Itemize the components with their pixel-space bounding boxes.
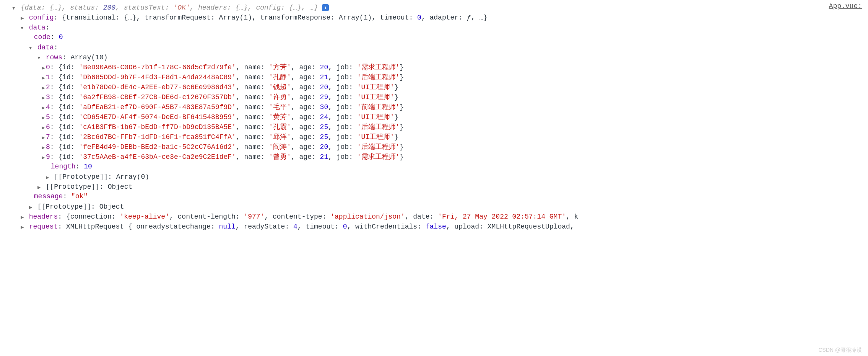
data-line[interactable]: data: <box>7 22 864 32</box>
expand-toggle-icon[interactable] <box>28 201 33 212</box>
console-output: App.vue: {data: {…}, status: 200, status… <box>0 0 868 231</box>
expand-toggle-icon[interactable] <box>41 82 46 93</box>
array-row[interactable]: 4: {id: 'aDfEaB21-ef7D-690F-A5B7-483E87a… <box>7 102 864 112</box>
message-line[interactable]: message: "ok" <box>7 191 864 201</box>
array-row[interactable]: 1: {id: 'Db685DDd-9b7F-4Fd3-F8d1-A4da244… <box>7 72 864 82</box>
length-line[interactable]: length: 10 <box>7 162 864 171</box>
array-row[interactable]: 8: {id: 'feFB4d49-DEBb-BEd2-ba1c-5C2cC76… <box>7 142 864 152</box>
expand-toggle-icon[interactable] <box>20 221 25 231</box>
prototype-line[interactable]: [[Prototype]]: Object <box>7 201 864 211</box>
array-row[interactable]: 6: {id: 'cA1B3FfB-1b67-bEdD-ff7D-bD9eD13… <box>7 122 864 132</box>
expand-toggle-icon[interactable] <box>36 52 42 63</box>
expand-toggle-icon[interactable] <box>36 181 42 192</box>
expand-toggle-icon[interactable] <box>20 22 25 33</box>
prototype-line[interactable]: [[Prototype]]: Object <box>7 181 864 191</box>
expand-toggle-icon[interactable] <box>41 72 46 83</box>
expand-toggle-icon[interactable] <box>41 62 46 73</box>
code-line[interactable]: code: 0 <box>7 32 864 42</box>
expand-toggle-icon[interactable] <box>41 102 46 113</box>
expand-toggle-icon[interactable] <box>41 112 46 122</box>
expand-toggle-icon[interactable] <box>11 2 16 13</box>
expand-toggle-icon[interactable] <box>20 12 25 23</box>
config-line[interactable]: config: {transitional: {…}, transformReq… <box>7 12 864 22</box>
expand-toggle-icon[interactable] <box>28 42 33 53</box>
request-line[interactable]: request: XMLHttpRequest { onreadystatech… <box>7 221 864 231</box>
array-row[interactable]: 7: {id: '2Bc6d7BC-FFb7-1dFD-16F1-fca851f… <box>7 132 864 142</box>
object-preview-line[interactable]: {data: {…}, status: 200, statusText: 'OK… <box>7 2 864 12</box>
expand-toggle-icon[interactable] <box>41 142 46 152</box>
expand-toggle-icon[interactable] <box>41 122 46 132</box>
rows-line[interactable]: rows: Array(10) <box>7 52 864 62</box>
source-file-link[interactable]: App.vue: <box>829 2 862 10</box>
expand-toggle-icon[interactable] <box>45 171 50 182</box>
expand-toggle-icon[interactable] <box>20 211 25 222</box>
array-row[interactable]: 5: {id: 'CD654E7D-AF4f-5074-DeEd-BF64154… <box>7 112 864 122</box>
array-row[interactable]: 3: {id: '6a2fFB98-CBEf-27CB-DE6d-c12670F… <box>7 92 864 102</box>
expand-toggle-icon[interactable] <box>41 132 46 142</box>
headers-line[interactable]: headers: {connection: 'keep-alive', cont… <box>7 211 864 221</box>
prototype-line[interactable]: [[Prototype]]: Array(0) <box>7 171 864 181</box>
inner-data-line[interactable]: data: <box>7 42 864 52</box>
expand-toggle-icon[interactable] <box>41 92 46 103</box>
array-row[interactable]: 0: {id: 'BeD90A6B-C0D6-7b1f-178C-66d5cf2… <box>7 62 864 72</box>
array-row[interactable]: 2: {id: 'e1b78DeD-dE4c-A2EE-eb77-6c6Ee99… <box>7 82 864 92</box>
array-row[interactable]: 9: {id: '37c5AAeB-a4fE-63bA-ce3e-Ca2e9C2… <box>7 152 864 162</box>
info-icon[interactable]: i <box>322 4 329 11</box>
expand-toggle-icon[interactable] <box>41 152 46 162</box>
